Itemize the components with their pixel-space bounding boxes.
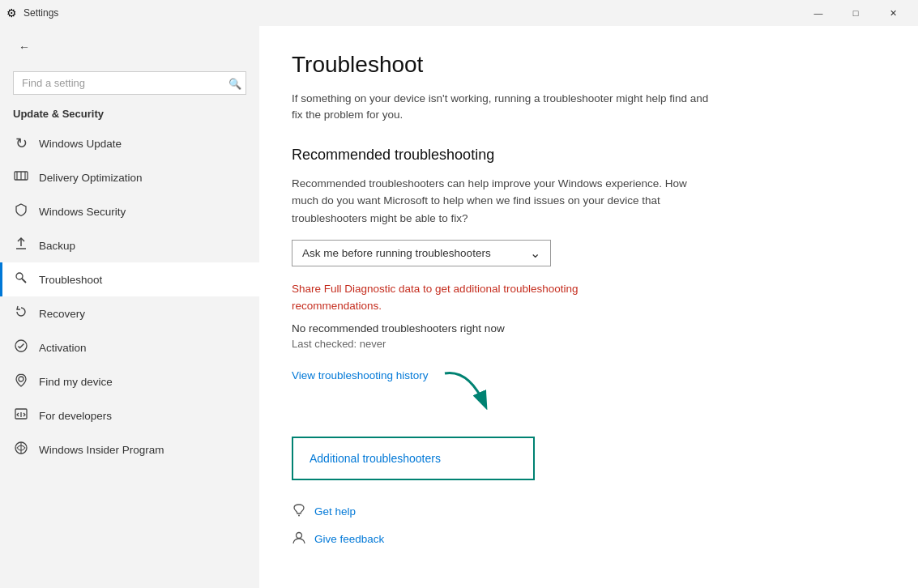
bottom-links: Get help Give feedback <box>292 503 886 548</box>
additional-troubleshooters-link[interactable]: Additional troubleshooters <box>310 452 441 465</box>
svg-point-6 <box>16 273 23 279</box>
activation-icon <box>13 339 29 356</box>
svg-point-15 <box>298 514 300 516</box>
view-history-wrapper: View troubleshooting history <box>292 369 886 422</box>
sidebar-item-windows-update[interactable]: ↻ Windows Update <box>0 126 259 160</box>
sidebar-label-windows-insider: Windows Insider Program <box>39 444 164 456</box>
sidebar-item-recovery[interactable]: Recovery <box>0 296 259 330</box>
recommended-section-title: Recommended troubleshooting <box>292 147 886 164</box>
windows-insider-icon <box>13 441 29 458</box>
main-content: Troubleshoot If something on your device… <box>259 26 918 588</box>
sidebar-label-recovery: Recovery <box>39 308 85 320</box>
back-button[interactable]: ← <box>13 36 36 58</box>
sidebar-item-activation[interactable]: Activation <box>0 330 259 364</box>
diagnostic-link[interactable]: Share Full Diagnostic data to get additi… <box>292 281 583 314</box>
sidebar-item-for-developers[interactable]: For developers <box>0 398 259 432</box>
give-feedback-link[interactable]: Give feedback <box>314 533 384 545</box>
sidebar-label-windows-security: Windows Security <box>39 206 126 218</box>
search-icon-button[interactable]: 🔍 <box>228 77 241 89</box>
settings-icon: ⚙ <box>6 6 17 19</box>
give-feedback-icon <box>292 530 306 548</box>
page-title: Troubleshoot <box>292 52 886 78</box>
sidebar-item-troubleshoot[interactable]: Troubleshoot <box>0 262 259 296</box>
recovery-icon <box>13 305 29 322</box>
svg-point-16 <box>297 532 302 538</box>
last-checked-text: Last checked: never <box>292 338 886 350</box>
backup-icon <box>13 236 29 254</box>
sidebar: ← 🔍 Update & Security ↻ Windows Update <box>0 26 259 588</box>
sidebar-nav-top: ← <box>0 26 259 68</box>
sidebar-label-activation: Activation <box>39 342 87 354</box>
minimize-button[interactable]: — <box>800 0 837 26</box>
sidebar-item-windows-insider[interactable]: Windows Insider Program <box>0 432 259 467</box>
svg-line-7 <box>22 279 26 283</box>
sidebar-item-backup[interactable]: Backup <box>0 228 259 262</box>
windows-update-icon: ↻ <box>13 134 29 152</box>
find-device-icon <box>13 373 29 390</box>
give-feedback-item[interactable]: Give feedback <box>292 530 886 548</box>
get-help-item[interactable]: Get help <box>292 503 886 521</box>
sidebar-label-troubleshoot: Troubleshoot <box>39 274 102 286</box>
troubleshooter-dropdown[interactable]: Ask me before running troubleshooters ⌄ <box>292 240 551 266</box>
title-bar-controls: — □ ✕ <box>800 0 912 26</box>
get-help-icon <box>292 503 306 521</box>
title-bar: ⚙ Settings — □ ✕ <box>0 0 918 26</box>
teal-arrow-icon <box>437 365 502 422</box>
sidebar-search: 🔍 <box>13 71 246 95</box>
page-description: If something on your device isn't workin… <box>292 91 713 124</box>
title-bar-left: ⚙ Settings <box>6 6 58 19</box>
title-bar-title: Settings <box>23 7 58 19</box>
dropdown-arrow-icon: ⌄ <box>530 245 540 261</box>
section-description: Recommended troubleshooters can help imp… <box>292 175 713 228</box>
dropdown-value: Ask me before running troubleshooters <box>302 247 491 259</box>
sidebar-item-delivery-optimization[interactable]: Delivery Optimization <box>0 160 259 194</box>
troubleshoot-icon <box>13 271 29 288</box>
sidebar-label-for-developers: For developers <box>39 410 112 422</box>
for-developers-icon <box>13 407 29 424</box>
app-body: ← 🔍 Update & Security ↻ Windows Update <box>0 26 918 588</box>
sidebar-label-delivery-optimization: Delivery Optimization <box>39 172 143 184</box>
sidebar-label-find-my-device: Find my device <box>39 376 113 388</box>
sidebar-label-backup: Backup <box>39 240 75 252</box>
get-help-link[interactable]: Get help <box>314 505 356 518</box>
sidebar-label-windows-update: Windows Update <box>39 138 122 150</box>
delivery-optimization-icon <box>13 168 29 186</box>
view-history-link[interactable]: View troubleshooting history <box>292 369 429 381</box>
additional-troubleshooters-box[interactable]: Additional troubleshooters <box>292 437 535 480</box>
search-input[interactable] <box>13 71 246 95</box>
svg-point-9 <box>19 377 23 381</box>
windows-security-icon <box>13 202 29 220</box>
sidebar-item-find-my-device[interactable]: Find my device <box>0 364 259 398</box>
close-button[interactable]: ✕ <box>874 0 912 26</box>
sidebar-item-windows-security[interactable]: Windows Security <box>0 194 259 228</box>
no-troubleshooters-text: No recommended troubleshooters right now <box>292 322 886 334</box>
maximize-button[interactable]: □ <box>837 0 874 26</box>
search-icon: 🔍 <box>228 77 241 89</box>
sidebar-section-title: Update & Security <box>0 104 259 126</box>
